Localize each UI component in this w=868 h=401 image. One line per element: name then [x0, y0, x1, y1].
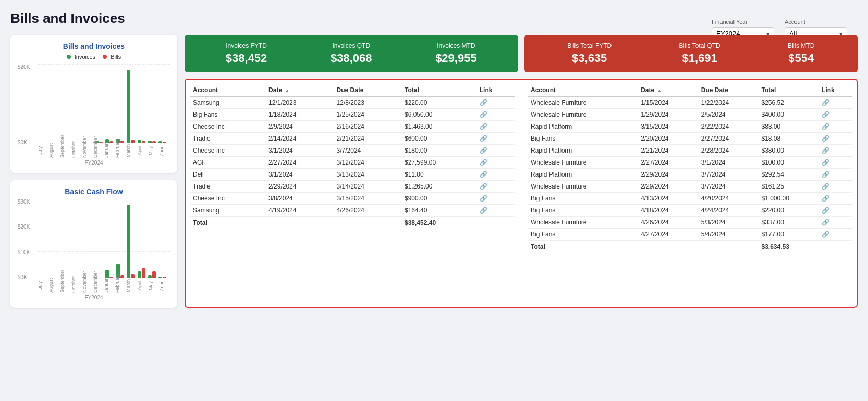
- cell-link[interactable]: 🔗: [476, 205, 515, 217]
- table-row: Rapid Platform 2/21/2024 2/28/2024 $380.…: [528, 145, 852, 157]
- link-icon[interactable]: 🔗: [822, 171, 829, 178]
- bars-row: [38, 64, 170, 143]
- table-row: Tradie 2/29/2024 3/14/2024 $1,265.00 🔗: [190, 181, 515, 193]
- cell-link[interactable]: 🔗: [818, 229, 852, 241]
- table-row: Rapid Platform 3/15/2024 2/22/2024 $83.0…: [528, 121, 852, 133]
- table-row: Dell 3/1/2024 3/13/2024 $11.00 🔗: [190, 169, 515, 181]
- cell-due-date: 2/5/2024: [698, 109, 759, 121]
- cell-link[interactable]: 🔗: [476, 169, 515, 181]
- legend-bills-dot: [103, 55, 107, 59]
- cell-due-date: 12/8/2023: [334, 97, 401, 109]
- link-icon[interactable]: 🔗: [480, 135, 487, 142]
- link-icon[interactable]: 🔗: [480, 123, 487, 130]
- bills-col-account[interactable]: Account: [528, 84, 638, 97]
- x-label: September: [59, 143, 70, 158]
- cell-link[interactable]: 🔗: [818, 121, 852, 133]
- link-icon[interactable]: 🔗: [822, 231, 829, 238]
- invoices-mtd: Invoices MTD $29,955: [435, 42, 477, 65]
- link-icon[interactable]: 🔗: [822, 207, 829, 214]
- col-account[interactable]: Account: [190, 84, 265, 97]
- cell-link[interactable]: 🔗: [476, 157, 515, 169]
- cell-link[interactable]: 🔗: [818, 145, 852, 157]
- cell-account: AGF: [190, 157, 265, 169]
- cell-link[interactable]: 🔗: [476, 109, 515, 121]
- bill-bar: [163, 142, 166, 143]
- link-icon[interactable]: 🔗: [480, 171, 487, 178]
- bar-group: [125, 199, 136, 278]
- cell-total: $256.52: [758, 97, 818, 109]
- cell-account: Cheese Inc: [190, 121, 265, 133]
- cell-date: 3/8/2024: [265, 193, 333, 205]
- cell-link[interactable]: 🔗: [818, 193, 852, 205]
- cell-link[interactable]: 🔗: [818, 109, 852, 121]
- table-row: Wholesale Furniture 1/29/2024 2/5/2024 $…: [528, 109, 852, 121]
- bar-group: [157, 199, 168, 278]
- bar-group: [83, 64, 93, 143]
- cashflow-chart-inner: [38, 199, 170, 278]
- main-layout: Bills and Invoices Invoices Bills $20K: [10, 35, 858, 308]
- chart-footer: FY2024: [18, 160, 170, 166]
- invoices-table: Account Date ▲ Due Date Total Link Samsu…: [190, 84, 515, 229]
- cell-total: $164.40: [401, 205, 476, 217]
- link-icon[interactable]: 🔗: [480, 159, 487, 166]
- link-icon[interactable]: 🔗: [822, 135, 829, 142]
- table-row: AGF 2/27/2024 3/12/2024 $27,599.00 🔗: [190, 157, 515, 169]
- cell-link[interactable]: 🔗: [476, 193, 515, 205]
- link-icon[interactable]: 🔗: [480, 207, 487, 214]
- cell-link[interactable]: 🔗: [818, 181, 852, 193]
- link-icon[interactable]: 🔗: [822, 123, 829, 130]
- cell-total: $1,265.00: [401, 181, 476, 193]
- cell-due-date: 2/27/2024: [698, 133, 759, 145]
- cell-date: 3/15/2024: [638, 121, 698, 133]
- invoice-bar: [138, 140, 141, 143]
- cell-link[interactable]: 🔗: [818, 157, 852, 169]
- bar-group: [146, 64, 157, 143]
- link-icon[interactable]: 🔗: [822, 219, 829, 226]
- link-icon[interactable]: 🔗: [822, 159, 829, 166]
- cell-link[interactable]: 🔗: [818, 97, 852, 109]
- link-icon[interactable]: 🔗: [822, 99, 829, 106]
- cell-account: Wholesale Furniture: [528, 97, 638, 109]
- bar-group: [104, 199, 115, 278]
- link-icon[interactable]: 🔗: [480, 147, 487, 154]
- cell-account: Big Fans: [528, 193, 638, 205]
- bills-table-section[interactable]: Account Date ▲ Due Date Total Link Whole…: [528, 84, 852, 303]
- bills-col-date[interactable]: Date ▲: [638, 84, 698, 97]
- col-date[interactable]: Date ▲: [265, 84, 333, 97]
- link-icon[interactable]: 🔗: [822, 147, 829, 154]
- bills-col-total[interactable]: Total: [758, 84, 818, 97]
- bills-qtd: Bills Total QTD $1,691: [679, 42, 720, 65]
- legend-invoices: Invoices: [67, 54, 95, 60]
- cell-due-date: 1/25/2024: [334, 109, 401, 121]
- tables-row: Account Date ▲ Due Date Total Link Samsu…: [185, 79, 858, 308]
- cell-link[interactable]: 🔗: [476, 97, 515, 109]
- cell-link[interactable]: 🔗: [818, 205, 852, 217]
- cell-account: Dell: [190, 169, 265, 181]
- cell-link[interactable]: 🔗: [476, 121, 515, 133]
- link-icon[interactable]: 🔗: [480, 99, 487, 106]
- link-icon[interactable]: 🔗: [480, 111, 487, 118]
- cell-link[interactable]: 🔗: [476, 133, 515, 145]
- cell-link[interactable]: 🔗: [818, 133, 852, 145]
- cell-date: 3/1/2024: [265, 169, 333, 181]
- bills-col-due-date[interactable]: Due Date: [698, 84, 759, 97]
- cell-link[interactable]: 🔗: [476, 145, 515, 157]
- col-total[interactable]: Total: [401, 84, 476, 97]
- link-icon[interactable]: 🔗: [822, 183, 829, 190]
- col-due-date[interactable]: Due Date: [334, 84, 401, 97]
- cell-total: $100.00: [758, 157, 818, 169]
- link-icon[interactable]: 🔗: [822, 111, 829, 118]
- link-icon[interactable]: 🔗: [480, 183, 487, 190]
- cell-date: 1/15/2024: [638, 97, 698, 109]
- cell-link[interactable]: 🔗: [818, 169, 852, 181]
- link-icon[interactable]: 🔗: [480, 195, 487, 202]
- cell-link[interactable]: 🔗: [818, 217, 852, 229]
- bills-invoices-chart-card: Bills and Invoices Invoices Bills $20K: [10, 35, 177, 173]
- link-icon[interactable]: 🔗: [822, 195, 829, 202]
- bills-table: Account Date ▲ Due Date Total Link Whole…: [528, 84, 852, 253]
- cell-date: 2/29/2024: [638, 181, 698, 193]
- table-row: Big Fans 4/18/2024 4/24/2024 $220.00 🔗: [528, 205, 852, 217]
- cell-link[interactable]: 🔗: [476, 181, 515, 193]
- bills-mtd: Bills MTD $554: [788, 42, 814, 65]
- cell-total: $180.00: [401, 145, 476, 157]
